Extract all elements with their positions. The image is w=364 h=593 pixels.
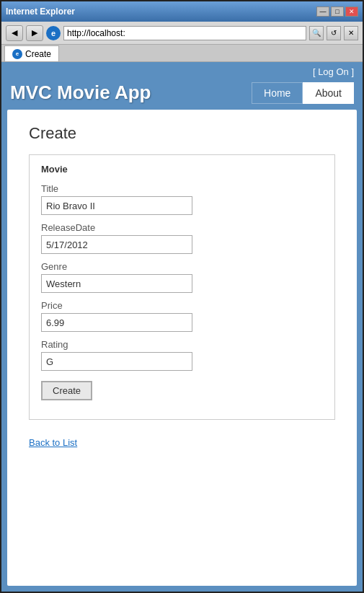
browser-window: Internet Explorer — □ ✕ ◀ ▶ e 🔍 ↺ ✕ e Cr…: [0, 0, 364, 593]
address-input[interactable]: [63, 26, 306, 40]
release-date-label: ReleaseDate: [41, 222, 323, 233]
page-title: Create: [29, 124, 335, 143]
genre-label: Genre: [41, 261, 323, 272]
nav-links: Home About: [252, 82, 354, 104]
release-date-input[interactable]: [41, 235, 192, 254]
search-icon[interactable]: 🔍: [309, 26, 324, 40]
form-section: Movie Title ReleaseDate Genre Price: [29, 154, 335, 420]
submit-group: Create: [41, 378, 323, 400]
log-on-bar: [ Log On ]: [1, 62, 363, 79]
close-button[interactable]: ✕: [345, 6, 358, 17]
section-title: Movie: [41, 164, 323, 175]
tab-bar: e Create: [1, 45, 363, 62]
app-title-row: MVC Movie App Home About: [1, 79, 363, 110]
refresh-button[interactable]: ↺: [327, 26, 341, 40]
price-input[interactable]: [41, 313, 192, 332]
main-content: Create Movie Title ReleaseDate Genre Pri…: [7, 110, 357, 586]
stop-button[interactable]: ✕: [344, 26, 358, 40]
ie-icon: e: [46, 26, 61, 40]
back-to-list-link[interactable]: Back to List: [29, 437, 77, 448]
address-bar: ◀ ▶ e 🔍 ↺ ✕: [1, 22, 363, 45]
tab-label: Create: [25, 49, 51, 59]
app-header: [ Log On ] MVC Movie App Home About: [1, 62, 363, 110]
browser-tab[interactable]: e Create: [4, 45, 59, 61]
tab-ie-icon: e: [12, 49, 22, 59]
title-bar: Internet Explorer — □ ✕: [1, 1, 363, 22]
app-title: MVC Movie App: [10, 82, 151, 104]
title-bar-text: Internet Explorer: [6, 6, 75, 17]
rating-label: Rating: [41, 339, 323, 350]
nav-about[interactable]: About: [303, 82, 354, 104]
maximize-button[interactable]: □: [331, 6, 344, 17]
forward-nav-button[interactable]: ▶: [26, 25, 43, 41]
release-date-group: ReleaseDate: [41, 222, 323, 254]
rating-input[interactable]: [41, 352, 192, 371]
title-group: Title: [41, 183, 323, 215]
title-label: Title: [41, 183, 323, 194]
title-input[interactable]: [41, 196, 192, 215]
browser-content: [ Log On ] MVC Movie App Home About Crea…: [1, 62, 363, 592]
price-group: Price: [41, 300, 323, 332]
rating-group: Rating: [41, 339, 323, 371]
create-button[interactable]: Create: [41, 381, 92, 400]
price-label: Price: [41, 300, 323, 311]
back-nav-button[interactable]: ◀: [6, 25, 23, 41]
title-bar-buttons: — □ ✕: [316, 6, 358, 17]
minimize-button[interactable]: —: [316, 6, 329, 17]
nav-home[interactable]: Home: [252, 82, 303, 104]
genre-input[interactable]: [41, 274, 192, 293]
genre-group: Genre: [41, 261, 323, 293]
log-on-link[interactable]: [ Log On ]: [313, 66, 354, 77]
